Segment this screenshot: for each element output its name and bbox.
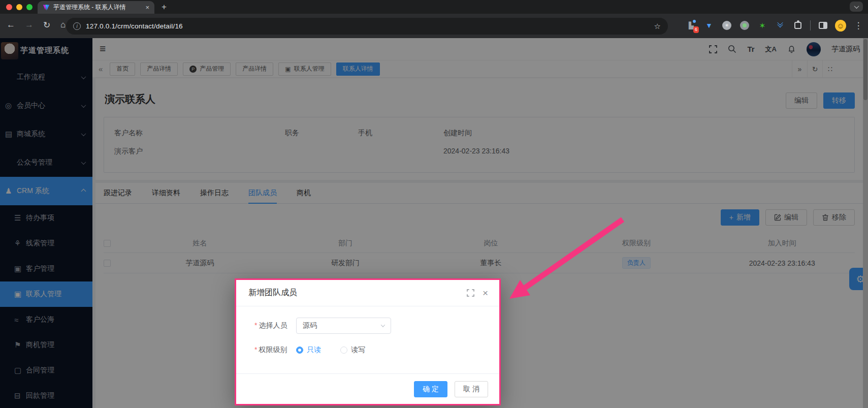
devtools-extension-icon[interactable]: ▼ <box>703 20 715 31</box>
browser-toolbar: ← → ↻ ⌂ i 127.0.0.1/crm/contact/detail/1… <box>0 14 868 38</box>
person-select-value: 源码 <box>303 321 317 330</box>
confirm-button[interactable]: 确 定 <box>414 381 447 397</box>
toolbar-divider <box>810 20 811 30</box>
tab-search-chevron[interactable] <box>850 2 863 12</box>
window-minimize-button[interactable] <box>16 4 22 10</box>
radio-readwrite[interactable]: 读写 <box>340 346 365 355</box>
chevron-extension-icon[interactable] <box>775 20 786 31</box>
star-extension-icon[interactable]: ✶ <box>757 20 768 31</box>
browser-tab[interactable]: 芋道管理系统 - 联系人详情 × <box>38 1 154 14</box>
extensions-row: ▙ 6 ▼ ✳ ✶ ☺ ⋮ <box>686 20 864 31</box>
dialog-close-icon[interactable]: × <box>483 288 488 298</box>
side-panel-icon[interactable] <box>817 20 828 31</box>
add-team-member-dialog: 新增团队成员 × *选择人员 源码 *权限级别 只读 <box>235 278 501 405</box>
extensions-puzzle-icon[interactable] <box>792 20 803 31</box>
required-mark: * <box>254 321 257 329</box>
window-close-button[interactable] <box>6 4 12 10</box>
dialog-fullscreen-icon[interactable] <box>467 289 474 297</box>
bookmark-star-icon[interactable]: ☆ <box>654 22 661 31</box>
dialog-title: 新增团队成员 <box>248 288 297 298</box>
site-favicon <box>43 4 50 11</box>
required-mark: * <box>254 346 257 354</box>
new-tab-button[interactable]: + <box>162 2 167 13</box>
app-viewport: 芋道管理系统 工作流程 ◎ 会员中心 ▤ 商城系统 公众号管理 <box>0 38 868 408</box>
recorder-extension-icon[interactable] <box>739 20 750 31</box>
extension-badge: 6 <box>693 26 699 33</box>
back-button[interactable]: ← <box>7 20 15 30</box>
site-info-icon[interactable]: i <box>73 22 81 30</box>
address-bar[interactable]: i 127.0.0.1/crm/contact/detail/16 ☆ <box>66 18 668 35</box>
reload-button[interactable]: ↻ <box>43 20 50 30</box>
tab-title: 芋道管理系统 - 联系人详情 <box>53 3 142 12</box>
radio-readonly[interactable]: 只读 <box>296 346 321 355</box>
tab-close-icon[interactable]: × <box>145 4 149 11</box>
level-field-label: 权限级别 <box>259 346 287 354</box>
browser-tab-strip: 芋道管理系统 - 联系人详情 × + <box>0 0 868 14</box>
person-field-label: 选择人员 <box>259 321 287 329</box>
select-chevron-icon <box>381 323 385 327</box>
browser-menu-icon[interactable]: ⋮ <box>853 20 864 31</box>
radio-dot <box>340 347 347 354</box>
home-button[interactable]: ⌂ <box>60 20 66 30</box>
cancel-button[interactable]: 取 消 <box>455 381 488 397</box>
forward-button[interactable]: → <box>25 20 34 30</box>
window-zoom-button[interactable] <box>26 4 33 10</box>
stats-extension-icon[interactable]: ▙ 6 <box>686 20 697 31</box>
profile-avatar[interactable]: ☺ <box>835 20 846 31</box>
round-extension-icon[interactable]: ✳ <box>721 20 732 31</box>
person-select[interactable]: 源码 <box>296 318 391 334</box>
url-text: 127.0.0.1/crm/contact/detail/16 <box>86 22 183 30</box>
radio-dot <box>296 347 303 354</box>
